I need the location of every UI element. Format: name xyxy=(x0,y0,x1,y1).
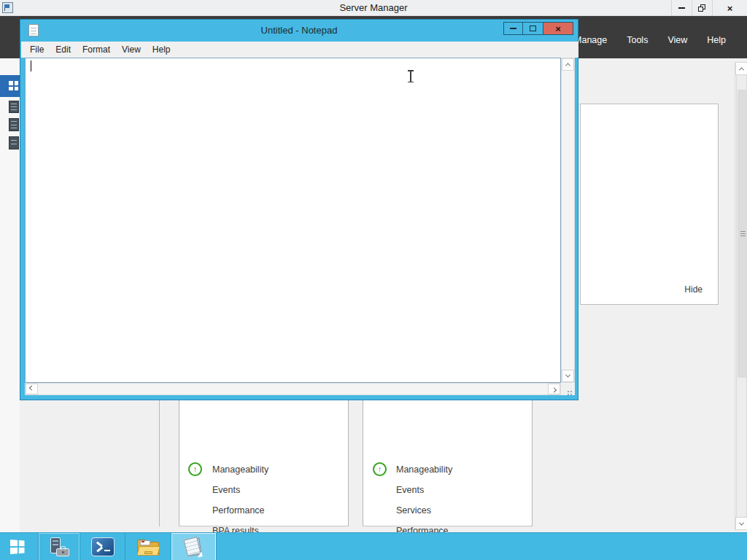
scroll-left-button[interactable] xyxy=(26,384,38,394)
restore-button[interactable] xyxy=(692,0,712,16)
menu-help[interactable]: Help xyxy=(147,44,177,55)
notepad-client-area xyxy=(25,58,575,395)
grip-dots-icon xyxy=(570,391,572,392)
sidebar-item-dashboard[interactable] xyxy=(0,75,20,97)
chevron-down-icon xyxy=(565,373,570,378)
windows-logo-icon xyxy=(10,540,25,554)
chevron-left-icon xyxy=(29,386,34,391)
server-manager-titlebar: Server Manager × xyxy=(0,0,747,16)
scrollbar-track[interactable] xyxy=(736,75,747,517)
up-arrow-circle-icon: ↑ xyxy=(188,462,202,476)
dashboard-icon xyxy=(9,81,18,90)
tile-item-manageability[interactable]: Manageability xyxy=(212,464,268,475)
grip-icon xyxy=(740,233,746,234)
notepad-window: Untitled - Notepad × File Edit Format Vi… xyxy=(20,19,578,400)
scroll-down-button[interactable] xyxy=(562,370,574,382)
welcome-tile: Hide xyxy=(580,104,719,305)
minimize-button[interactable] xyxy=(503,22,523,35)
notepad-window-title: Untitled - Notepad xyxy=(20,20,578,42)
minimize-icon xyxy=(678,7,685,9)
menu-tools[interactable]: Tools xyxy=(627,35,648,45)
chevron-down-icon xyxy=(739,520,744,525)
scroll-up-button[interactable] xyxy=(735,62,747,75)
close-button[interactable]: × xyxy=(543,22,573,35)
tile-item-manageability[interactable]: Manageability xyxy=(396,464,452,475)
menu-format[interactable]: Format xyxy=(77,44,116,55)
sidebar-item-file-storage-services[interactable] xyxy=(9,136,19,149)
sidebar-item-all-servers[interactable] xyxy=(9,118,19,131)
scroll-down-button[interactable] xyxy=(735,517,747,530)
restore-icon xyxy=(698,4,706,12)
up-arrow-circle-icon: ↑ xyxy=(373,462,387,476)
menu-edit[interactable]: Edit xyxy=(50,44,77,55)
resize-grip[interactable] xyxy=(561,383,575,395)
maximize-button[interactable] xyxy=(522,22,543,35)
taskbar-file-explorer-button[interactable] xyxy=(125,533,171,560)
notepad-menubar: File Edit Format View Help xyxy=(21,42,578,58)
scrollbar-thumb[interactable] xyxy=(738,90,747,378)
tile-item-events[interactable]: Events xyxy=(212,485,240,495)
start-button[interactable] xyxy=(0,533,39,560)
menu-manage[interactable]: Manage xyxy=(574,35,607,45)
notepad-icon xyxy=(185,537,204,557)
chevron-up-icon xyxy=(565,63,570,68)
desktop: Server Manager × Manage Tools View Help … xyxy=(0,0,747,560)
powershell-icon xyxy=(91,537,115,556)
server-manager-icon xyxy=(48,537,70,557)
menu-file[interactable]: File xyxy=(24,44,50,55)
menu-view[interactable]: View xyxy=(116,44,147,55)
notepad-horizontal-scrollbar[interactable] xyxy=(25,383,561,395)
taskbar-server-manager-button[interactable] xyxy=(39,533,80,560)
menu-view[interactable]: View xyxy=(667,35,687,45)
chevron-right-icon xyxy=(551,387,557,392)
notepad-titlebar[interactable]: Untitled - Notepad × xyxy=(20,20,578,42)
sidebar-item-local-server[interactable] xyxy=(9,101,19,113)
chevron-up-icon xyxy=(739,67,744,72)
taskbar-powershell-button[interactable] xyxy=(80,533,125,560)
scroll-up-button[interactable] xyxy=(562,58,574,71)
server-manager-window-controls: × xyxy=(671,0,747,16)
minimize-icon xyxy=(510,28,516,29)
menu-help[interactable]: Help xyxy=(707,35,726,45)
tile-item-services[interactable]: Services xyxy=(396,505,431,516)
close-icon: × xyxy=(727,3,733,14)
text-caret xyxy=(31,61,31,71)
server-manager-sidebar xyxy=(0,58,20,532)
server-manager-window-title: Server Manager xyxy=(0,0,747,16)
taskbar-notepad-button-active[interactable] xyxy=(171,533,217,560)
tile-item-performance[interactable]: Performance xyxy=(212,505,265,516)
maximize-icon xyxy=(530,26,536,31)
scroll-right-button[interactable] xyxy=(548,384,560,394)
minimize-button[interactable] xyxy=(671,0,692,16)
tile-item-events[interactable]: Events xyxy=(396,485,424,495)
close-icon: × xyxy=(555,23,561,34)
notepad-window-controls: × xyxy=(503,22,573,35)
notepad-vertical-scrollbar[interactable] xyxy=(561,58,575,383)
close-button[interactable]: × xyxy=(712,0,747,16)
notepad-text-area[interactable] xyxy=(25,58,561,383)
hide-link[interactable]: Hide xyxy=(684,284,703,295)
ibeam-cursor xyxy=(406,70,415,82)
taskbar: × × 4:58 AM 12/4/2025 xyxy=(0,532,747,560)
file-explorer-icon xyxy=(137,538,160,556)
main-scrollbar[interactable] xyxy=(735,62,747,530)
